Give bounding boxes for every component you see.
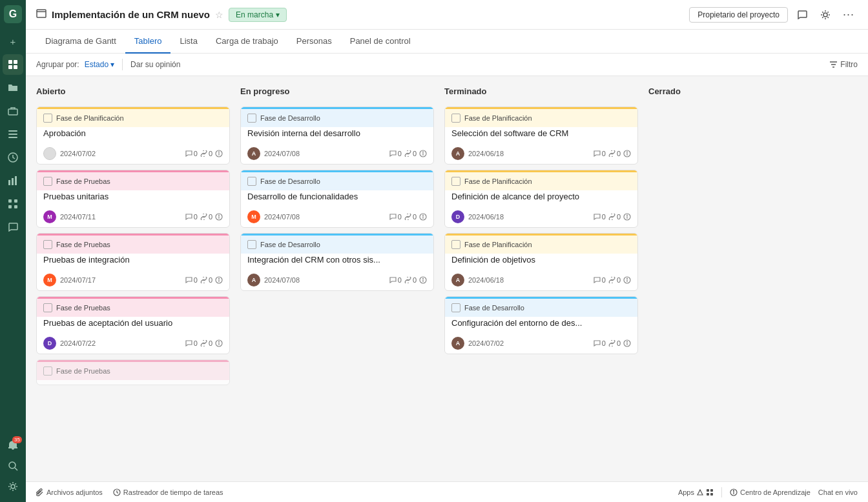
- info-icon: [215, 276, 223, 284]
- card-footer: M 2024/07/08 0 0: [241, 206, 433, 227]
- column-cards-abierto: Fase de Planificación Aprobación 2024/07…: [36, 106, 230, 474]
- link-icon: 0: [608, 339, 621, 347]
- card-definicion-objetivos[interactable]: Fase de Planificación Definición de obje…: [444, 233, 638, 291]
- sidebar-logo[interactable]: G: [4, 5, 22, 23]
- card-config-entorno[interactable]: Fase de Desarrollo Configuración del ent…: [444, 296, 638, 354]
- sidebar-chat-icon[interactable]: [3, 217, 23, 237]
- settings-icon[interactable]: [816, 6, 834, 24]
- svg-point-54: [627, 278, 628, 279]
- avatar: A: [451, 147, 464, 160]
- card-title: Definición de alcance del proyecto: [445, 190, 637, 206]
- sidebar-search-icon[interactable]: [3, 456, 23, 476]
- phase-icon: [43, 303, 52, 312]
- card-phase: Fase de Desarrollo: [241, 107, 433, 127]
- card-pruebas-integracion[interactable]: Fase de Pruebas Pruebas de integración M…: [36, 233, 230, 291]
- card-meta: 0 0: [389, 276, 427, 284]
- tab-personas[interactable]: Personas: [287, 30, 341, 54]
- card-pruebas-aceptacion[interactable]: Fase de Pruebas Pruebas de aceptación de…: [36, 296, 230, 354]
- sidebar-chart-icon[interactable]: [3, 170, 23, 191]
- link-icon: 0: [608, 276, 621, 284]
- link-icon: 0: [404, 150, 417, 157]
- sidebar-briefcase-icon[interactable]: [3, 101, 23, 121]
- phase-icon: [43, 366, 52, 376]
- card-date: 2024/07/08: [264, 276, 386, 284]
- info-icon: [215, 150, 223, 157]
- card-meta: 0 0: [594, 150, 631, 157]
- column-en-progreso: En progreso Fase de Desarrollo Revisión …: [240, 84, 434, 474]
- group-by-selector[interactable]: Estado ▾: [85, 60, 114, 69]
- column-abierto: Abierto Fase de Planificación Aprobación…: [36, 84, 230, 474]
- sidebar-notifications-icon[interactable]: [3, 435, 23, 456]
- comment-icon: 0: [185, 276, 198, 284]
- card-desarrollo-funcionalidades[interactable]: Fase de Desarrollo Desarrollo de funcion…: [240, 170, 434, 228]
- card-revision-interna[interactable]: Fase de Desarrollo Revisión interna del …: [240, 106, 434, 165]
- svg-rect-2: [8, 65, 12, 69]
- feedback-button[interactable]: Dar su opinión: [130, 60, 180, 69]
- sidebar-folder-icon[interactable]: [3, 77, 23, 98]
- card-meta: 0 0: [389, 150, 427, 157]
- card-definicion-alcance[interactable]: Fase de Planificación Definición de alca…: [444, 170, 638, 228]
- card-phase: Fase de Desarrollo: [241, 234, 433, 254]
- svg-point-27: [219, 152, 220, 152]
- time-tracker-button[interactable]: Rastreador de tiempo de tareas: [113, 488, 223, 496]
- sidebar-grid-icon[interactable]: [3, 194, 23, 214]
- board: Abierto Fase de Planificación Aprobación…: [26, 76, 868, 481]
- card-date: 2024/07/17: [60, 276, 181, 284]
- svg-rect-63: [710, 493, 713, 496]
- card-footer: M 2024/07/17 0 0: [37, 270, 229, 290]
- header: Implementación de un CRM nuevo ☆ En marc…: [26, 0, 868, 30]
- card-footer: A 2024/07/08 0 0: [241, 270, 433, 290]
- card-partial[interactable]: Fase de Pruebas: [36, 359, 230, 385]
- comment-icon: 0: [185, 150, 198, 157]
- link-icon: 0: [404, 213, 417, 221]
- svg-point-30: [219, 215, 220, 216]
- sidebar-add-icon[interactable]: +: [3, 31, 23, 52]
- filter-button[interactable]: Filtro: [829, 60, 858, 69]
- status-badge[interactable]: En marcha ▾: [229, 8, 287, 22]
- tab-tablero[interactable]: Tablero: [125, 30, 171, 54]
- attachments-button[interactable]: Archivos adjuntos: [36, 488, 103, 496]
- link-icon: 0: [608, 150, 621, 157]
- apps-button[interactable]: Apps: [678, 488, 714, 496]
- card-aprobacion[interactable]: Fase de Planificación Aprobación 2024/07…: [36, 106, 230, 165]
- card-title: Pruebas de aceptación del usuario: [37, 317, 229, 333]
- sidebar-settings-icon[interactable]: [3, 476, 23, 497]
- svg-rect-15: [14, 205, 17, 208]
- svg-rect-61: [710, 489, 713, 492]
- avatar: A: [451, 274, 464, 286]
- phase-icon: [247, 114, 256, 123]
- more-icon[interactable]: ···: [840, 6, 858, 24]
- tab-panel[interactable]: Panel de control: [341, 30, 420, 54]
- time-tracker-label: Rastreador de tiempo de tareas: [123, 488, 223, 496]
- svg-point-51: [627, 215, 628, 216]
- sidebar-list-icon[interactable]: [3, 124, 23, 145]
- avatar: [43, 147, 56, 160]
- learning-button[interactable]: Centro de Aprendizaje: [730, 488, 811, 496]
- svg-point-45: [423, 278, 424, 279]
- owner-button[interactable]: Propietario del proyecto: [689, 7, 788, 23]
- tab-lista[interactable]: Lista: [170, 30, 206, 54]
- bottom-bar: Archivos adjuntos Rastreador de tiempo d…: [26, 481, 868, 502]
- link-icon: 0: [200, 276, 212, 284]
- card-meta: 0 0: [185, 213, 223, 221]
- card-integracion-crm[interactable]: Fase de Desarrollo Integración del CRM c…: [240, 233, 434, 291]
- svg-rect-5: [8, 130, 17, 132]
- svg-rect-10: [12, 178, 14, 185]
- card-seleccion-software[interactable]: Fase de Planificación Selección del soft…: [444, 106, 638, 165]
- svg-rect-11: [15, 176, 17, 185]
- nav-tabs: Diagrama de Gantt Tablero Lista Carga de…: [26, 30, 868, 54]
- card-phase: Fase de Pruebas: [37, 170, 229, 190]
- comments-icon[interactable]: [793, 6, 811, 24]
- sidebar-projects-icon[interactable]: [3, 54, 23, 75]
- header-star-icon[interactable]: ☆: [215, 10, 223, 20]
- tab-carga[interactable]: Carga de trabajo: [207, 30, 287, 54]
- phase-icon: [247, 240, 256, 249]
- info-icon: [215, 213, 223, 221]
- sidebar-clock-icon[interactable]: [3, 147, 23, 168]
- phase-icon: [451, 240, 460, 249]
- svg-point-16: [9, 462, 16, 468]
- card-pruebas-unitarias[interactable]: Fase de Pruebas Pruebas unitarias M 2024…: [36, 170, 230, 228]
- main-content: Implementación de un CRM nuevo ☆ En marc…: [26, 0, 868, 502]
- chat-button[interactable]: Chat en vivo: [818, 488, 858, 496]
- tab-gantt[interactable]: Diagrama de Gantt: [36, 30, 125, 54]
